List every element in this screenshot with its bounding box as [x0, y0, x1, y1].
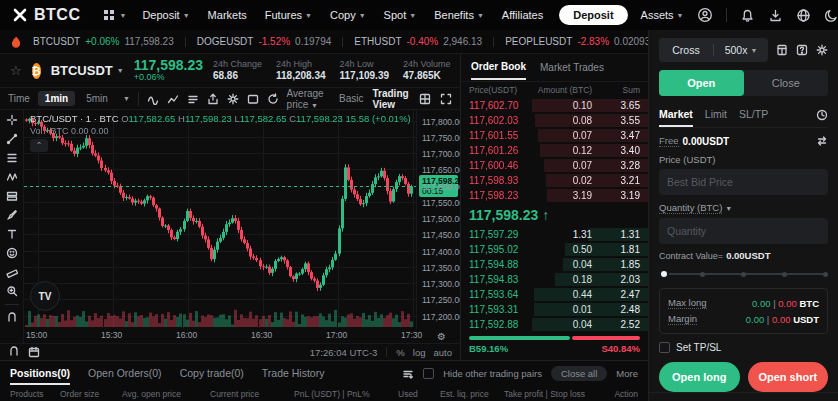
theme-moon-icon[interactable] [824, 8, 838, 23]
deposit-button[interactable]: Deposit [559, 5, 627, 25]
snapshot-icon[interactable] [247, 93, 259, 105]
nav-item-futures[interactable]: Futures▼ [265, 9, 312, 21]
indicators-icon[interactable] [147, 93, 159, 105]
text-tool-icon[interactable] [6, 228, 18, 240]
tradingview-mode-button[interactable]: Trading View [373, 88, 411, 110]
interval-5min[interactable]: 5min [79, 91, 115, 106]
price-input[interactable] [659, 169, 828, 195]
orderbook-row[interactable]: 117,598.233.193.19 [461, 188, 648, 203]
brush-icon[interactable] [6, 209, 18, 221]
refresh-icon[interactable] [267, 93, 279, 105]
time-axis[interactable]: 15:0015:3016:0016:3017:0017:30 [24, 329, 416, 343]
orderbook-row[interactable]: 117,592.880.042.52 [461, 317, 648, 332]
legend-collapse-button[interactable]: ⌃ [30, 139, 48, 152]
transfer-icon[interactable] [816, 135, 828, 147]
download-app-icon[interactable] [768, 8, 783, 23]
ticker-item[interactable]: ETHUSDT-0.40%2,946.13 [354, 36, 482, 47]
tradingview-logo[interactable]: TV [30, 281, 60, 311]
emoji-icon[interactable] [6, 247, 18, 259]
open-short-button[interactable]: Open short [748, 362, 829, 392]
scale-auto[interactable]: auto [434, 347, 453, 358]
crosshair-icon[interactable] [6, 114, 18, 126]
chart-settings-gear-icon[interactable] [227, 93, 239, 105]
positions-tab[interactable]: Trade History [262, 362, 325, 385]
clock-icon[interactable] [816, 109, 828, 121]
assets-menu[interactable]: Assets ▼ [641, 9, 684, 21]
btcc-logo[interactable]: BTCC [12, 6, 80, 24]
leverage-button[interactable]: 500x ▼ [714, 44, 768, 56]
orderbook-last-price[interactable]: 117,598.23 ↑ [461, 203, 648, 227]
average-price-dropdown[interactable]: Average price ▼ [287, 88, 330, 110]
axis-settings-gear-icon[interactable]: ⚙ [437, 331, 446, 342]
symbol-selector[interactable]: BTCUSDT ▼ [51, 63, 124, 78]
language-globe-icon[interactable] [796, 8, 811, 23]
positions-tab[interactable]: Open Orders(0) [88, 362, 162, 385]
ticker-item[interactable]: PEOPLEUSDT-2.83%0.02093 [505, 36, 648, 47]
go-to-date-icon[interactable] [28, 346, 40, 358]
chart-area[interactable]: BTC/USDT · 1 · BTC O117,582.65 H117,598.… [0, 110, 460, 343]
ticker-item[interactable]: DOGEUSDT-1.52%0.19794 [197, 36, 332, 47]
hide-pairs-checkbox[interactable] [423, 368, 434, 379]
notifications-bell-icon[interactable] [740, 8, 755, 23]
orderbook-row[interactable]: 117,593.310.012.48 [461, 302, 648, 317]
orderbook-row[interactable]: 117,594.830.182.03 [461, 272, 648, 287]
favorite-star-icon[interactable]: ☆ [10, 63, 22, 78]
orderbook-row[interactable]: 117,597.291.311.31 [461, 227, 648, 242]
slider-handle[interactable] [659, 269, 669, 279]
scale-%[interactable]: % [396, 347, 404, 358]
order-tab-sl-tp[interactable]: SL/TP [739, 102, 768, 127]
magnet-icon[interactable] [6, 312, 18, 324]
close-tab[interactable]: Close [744, 70, 829, 96]
tpsl-checkbox[interactable] [659, 342, 670, 353]
more-button[interactable]: More [616, 368, 638, 379]
list-filter-icon[interactable] [402, 368, 414, 380]
quantity-input[interactable] [659, 218, 828, 244]
close-all-button[interactable]: Close all [551, 366, 607, 381]
orderbook-row[interactable]: 117,595.020.501.81 [461, 242, 648, 257]
price-axis[interactable]: 117,598.23 00:15 117,800.00117,750.00117… [416, 110, 460, 329]
orderbook-row[interactable]: 117,602.030.083.55 [461, 113, 648, 128]
chart-style-icon[interactable] [167, 93, 179, 105]
orderbook-row[interactable]: 117,593.640.442.47 [461, 287, 648, 302]
fib-retracement-icon[interactable] [6, 152, 18, 164]
nav-item-spot[interactable]: Spot▼ [384, 9, 417, 21]
nav-item-copy[interactable]: Copy▼ [330, 9, 366, 21]
nav-item-markets[interactable]: Markets [208, 9, 247, 21]
orderbook-tab-order-book[interactable]: Order Book [471, 55, 526, 80]
order-tab-limit[interactable]: Limit [705, 102, 727, 127]
open-long-button[interactable]: Open long [659, 362, 740, 392]
basic-button[interactable]: Basic [339, 93, 363, 104]
long-short-position-icon[interactable] [6, 190, 18, 202]
margin-mode-button[interactable]: Cross [659, 44, 713, 56]
fullscreen-icon[interactable] [440, 93, 452, 105]
chart-clock[interactable]: 17:26:04 UTC-3 [310, 347, 378, 358]
ticker-item[interactable]: BTCUSDT+0.06%117,598.23 [33, 36, 174, 47]
help-icon[interactable] [796, 44, 808, 56]
order-tab-market[interactable]: Market [659, 102, 693, 127]
scale-log[interactable]: log [413, 347, 426, 358]
nav-item-affiliates[interactable]: Affiliates [502, 9, 543, 21]
chevron-down-icon[interactable]: ▼ [123, 95, 130, 102]
zoom-in-icon[interactable] [6, 285, 18, 297]
trendline-icon[interactable] [6, 133, 18, 145]
orderbook-row[interactable]: 117,598.930.023.21 [461, 173, 648, 188]
orderbook-row[interactable]: 117,601.550.073.47 [461, 128, 648, 143]
nav-item-deposit[interactable]: Deposit▼ [142, 9, 189, 21]
open-tab[interactable]: Open [659, 70, 744, 96]
ruler-icon[interactable] [6, 266, 18, 278]
magnet-mode-icon[interactable] [8, 346, 20, 358]
apps-grid-button[interactable]: ▼ [102, 8, 126, 22]
export-icon[interactable] [207, 93, 219, 105]
interval-1min[interactable]: 1min [38, 91, 75, 106]
panel-settings-gear-icon[interactable] [816, 44, 828, 56]
quantity-slider[interactable] [659, 268, 828, 280]
positions-tab[interactable]: Positions(0) [10, 362, 70, 385]
orderbook-row[interactable]: 117,600.460.073.28 [461, 158, 648, 173]
nav-item-benefits[interactable]: Benefits▼ [434, 9, 484, 21]
pattern-xabcd-icon[interactable] [6, 171, 18, 183]
orderbook-row[interactable]: 117,594.880.041.85 [461, 257, 648, 272]
compare-list-icon[interactable] [187, 93, 199, 105]
calculator-icon[interactable] [776, 44, 788, 56]
orderbook-tab-market-trades[interactable]: Market Trades [540, 56, 604, 79]
layout-grid-icon[interactable] [419, 93, 431, 105]
